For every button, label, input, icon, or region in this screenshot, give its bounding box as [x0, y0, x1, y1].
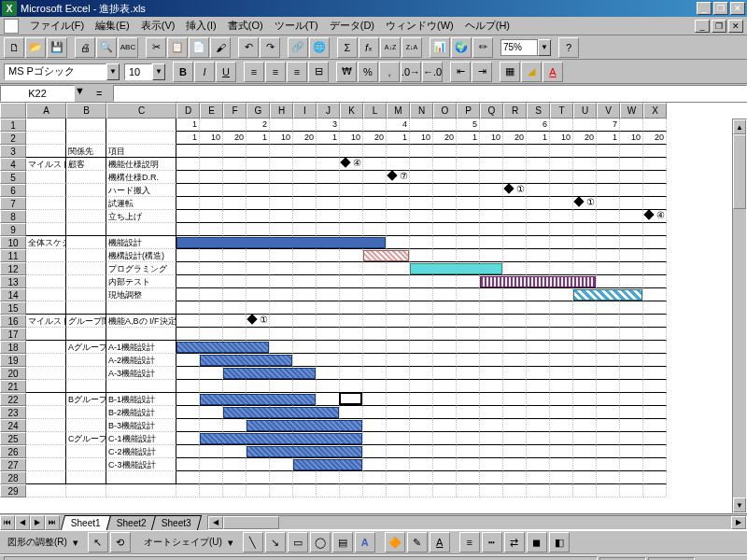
cell-N26[interactable] — [410, 445, 433, 458]
inc-decimal-button[interactable]: .0→ — [401, 62, 421, 82]
drawing-button[interactable]: ✏ — [472, 37, 493, 58]
cell-O3[interactable] — [433, 145, 457, 158]
cell-D7[interactable] — [176, 197, 200, 210]
copy-button[interactable]: 📋 — [167, 37, 188, 58]
cell-B29[interactable] — [66, 484, 106, 497]
cell-G28[interactable] — [247, 471, 270, 484]
cell-U16[interactable] — [573, 315, 597, 328]
cell-D19[interactable] — [176, 354, 200, 367]
cell-I7[interactable] — [293, 197, 317, 210]
cell-P8[interactable] — [457, 210, 480, 223]
cell-S4[interactable] — [527, 158, 550, 171]
bold-button[interactable]: B — [173, 62, 193, 82]
doc-restore-button[interactable]: ❐ — [712, 20, 726, 33]
cell-W7[interactable] — [620, 197, 643, 210]
cell-O16[interactable] — [433, 315, 457, 328]
cell-T3[interactable] — [550, 145, 573, 158]
cell-V24[interactable] — [597, 419, 620, 432]
cell-X11[interactable] — [643, 249, 667, 262]
cell-J11[interactable] — [317, 249, 340, 262]
font-size-input[interactable] — [124, 63, 152, 80]
cell-K9[interactable] — [340, 223, 363, 236]
col-header-M[interactable]: M — [387, 103, 410, 119]
cell-R19[interactable] — [503, 354, 527, 367]
cell-B5[interactable] — [66, 171, 106, 184]
cell-I28[interactable] — [293, 471, 317, 484]
cell-O29[interactable] — [433, 484, 457, 497]
cell-H14[interactable] — [270, 288, 293, 301]
cell-W16[interactable] — [620, 315, 643, 328]
cell-L19[interactable] — [363, 354, 387, 367]
cell-M28[interactable] — [387, 471, 410, 484]
cell-A16[interactable]: マイルストーン — [26, 315, 66, 328]
cell-O21[interactable] — [433, 380, 457, 393]
cell-L15[interactable] — [363, 301, 387, 315]
scroll-right-button[interactable]: ▶ — [731, 516, 746, 529]
cell-D1[interactable]: 1 — [176, 119, 200, 132]
redo-button[interactable]: ↷ — [260, 37, 280, 58]
cell-X19[interactable] — [643, 354, 667, 367]
row-header-4[interactable]: 4 — [0, 158, 26, 171]
cell-J3[interactable] — [317, 145, 340, 158]
cell-B2[interactable] — [66, 132, 106, 145]
cell-C24[interactable]: B-3機能設計 — [106, 419, 176, 432]
vscroll-thumb[interactable] — [733, 134, 746, 209]
row-header-3[interactable]: 3 — [0, 145, 26, 158]
cell-O20[interactable] — [433, 367, 457, 380]
cell-K7[interactable] — [340, 197, 363, 210]
cell-C9[interactable] — [106, 223, 176, 236]
cell-B21[interactable] — [66, 380, 106, 393]
cell-L9[interactable] — [363, 223, 387, 236]
inc-indent-button[interactable]: ⇥ — [472, 62, 492, 82]
cell-J13[interactable] — [317, 275, 340, 288]
cell-K20[interactable] — [340, 367, 363, 380]
cell-H15[interactable] — [270, 301, 293, 315]
cell-D27[interactable] — [176, 458, 200, 471]
save-button[interactable]: 💾 — [47, 37, 67, 58]
cell-U15[interactable] — [573, 301, 597, 315]
cell-O22[interactable] — [433, 393, 457, 406]
cell-F17[interactable] — [223, 328, 247, 341]
cell-R17[interactable] — [503, 328, 527, 341]
draw-adjust-menu[interactable]: 図形の調整(R) — [4, 536, 71, 549]
scroll-left-button[interactable]: ◀ — [208, 516, 223, 529]
cell-V20[interactable] — [597, 367, 620, 380]
cell-T27[interactable] — [550, 458, 573, 471]
col-header-N[interactable]: N — [410, 103, 433, 119]
cell-O23[interactable] — [433, 406, 457, 419]
cell-N18[interactable] — [410, 341, 433, 354]
row-header-20[interactable]: 20 — [0, 367, 26, 380]
worksheet-grid[interactable]: ABCDEFGHIJKLMNOPQRSTUVWX 123456789101112… — [0, 103, 747, 513]
cell-K13[interactable] — [340, 275, 363, 288]
cell-L3[interactable] — [363, 145, 387, 158]
row-header-1[interactable]: 1 — [0, 119, 26, 132]
cell-E1[interactable] — [200, 119, 223, 132]
cell-K5[interactable] — [340, 171, 363, 184]
cell-R24[interactable] — [503, 419, 527, 432]
cell-Q19[interactable] — [480, 354, 503, 367]
cell-P4[interactable] — [457, 158, 480, 171]
3d-button[interactable]: ◧ — [549, 532, 570, 553]
cell-E26[interactable] — [200, 445, 223, 458]
cell-V19[interactable] — [597, 354, 620, 367]
cell-J8[interactable] — [317, 210, 340, 223]
cell-X5[interactable] — [643, 171, 667, 184]
cell-E15[interactable] — [200, 301, 223, 315]
cell-G13[interactable] — [247, 275, 270, 288]
cell-C6[interactable]: ハード搬入 — [106, 184, 176, 197]
cell-B13[interactable] — [66, 275, 106, 288]
cell-T18[interactable] — [550, 341, 573, 354]
cell-B28[interactable] — [66, 471, 106, 484]
cell-S17[interactable] — [527, 328, 550, 341]
cell-C4[interactable]: 機能仕様説明 — [106, 158, 176, 171]
milestone-row16[interactable]: ① — [248, 315, 268, 325]
milestone-row4[interactable]: ④ — [342, 158, 361, 168]
cell-L12[interactable] — [363, 262, 387, 275]
gantt-bar-row22[interactable] — [200, 394, 316, 405]
zoom-input[interactable] — [500, 39, 538, 56]
col-header-U[interactable]: U — [573, 103, 597, 119]
cell-A28[interactable] — [26, 471, 66, 484]
cell-E4[interactable] — [200, 158, 223, 171]
cell-W17[interactable] — [620, 328, 643, 341]
cell-S24[interactable] — [527, 419, 550, 432]
